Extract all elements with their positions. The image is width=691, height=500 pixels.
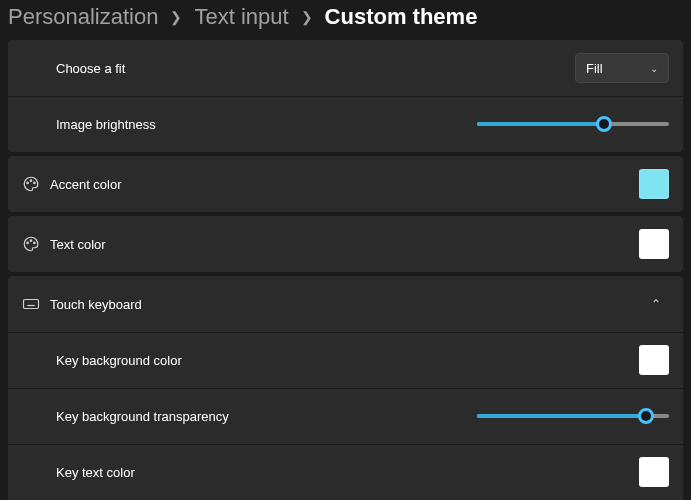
keyboard-icon [22, 295, 50, 313]
chevron-right-icon: ❯ [301, 9, 313, 25]
svg-point-4 [30, 240, 32, 242]
svg-point-2 [34, 182, 36, 184]
panel-touch-keyboard: Touch keyboard ⌃ Key background color Ke… [8, 276, 683, 500]
panel-accent-color: Accent color [8, 156, 683, 212]
chevron-up-icon[interactable]: ⌃ [643, 291, 669, 317]
svg-point-5 [34, 242, 36, 244]
key-bg-transparency-slider[interactable] [477, 406, 669, 426]
row-text-color: Text color [8, 216, 683, 272]
key-bg-color-label: Key background color [56, 353, 182, 368]
row-choose-fit: Choose a fit Fill ⌄ [8, 40, 683, 96]
panel-image: Choose a fit Fill ⌄ Image brightness [8, 40, 683, 152]
palette-icon [22, 235, 50, 253]
breadcrumb-item[interactable]: Text input [194, 4, 288, 30]
key-text-color-label: Key text color [56, 465, 135, 480]
svg-rect-6 [24, 300, 39, 309]
choose-fit-value: Fill [586, 61, 603, 76]
row-key-background-color: Key background color [8, 332, 683, 388]
key-bg-transparency-label: Key background transparency [56, 409, 229, 424]
choose-fit-label: Choose a fit [56, 61, 125, 76]
breadcrumb-item-active: Custom theme [325, 4, 478, 30]
key-bg-color-swatch[interactable] [639, 345, 669, 375]
svg-point-3 [27, 242, 29, 244]
row-key-text-color: Key text color [8, 444, 683, 500]
chevron-right-icon: ❯ [170, 9, 182, 25]
breadcrumb: Personalization ❯ Text input ❯ Custom th… [4, 0, 687, 40]
palette-icon [22, 175, 50, 193]
chevron-down-icon: ⌄ [650, 63, 658, 74]
row-image-brightness: Image brightness [8, 96, 683, 152]
image-brightness-slider[interactable] [477, 114, 669, 134]
key-text-color-swatch[interactable] [639, 457, 669, 487]
choose-fit-dropdown[interactable]: Fill ⌄ [575, 53, 669, 83]
accent-color-label: Accent color [50, 177, 122, 192]
svg-point-0 [27, 182, 29, 184]
breadcrumb-item[interactable]: Personalization [8, 4, 158, 30]
accent-color-swatch[interactable] [639, 169, 669, 199]
touch-keyboard-label: Touch keyboard [50, 297, 142, 312]
image-brightness-label: Image brightness [56, 117, 156, 132]
text-color-swatch[interactable] [639, 229, 669, 259]
text-color-label: Text color [50, 237, 106, 252]
row-touch-keyboard-header[interactable]: Touch keyboard ⌃ [8, 276, 683, 332]
panel-text-color: Text color [8, 216, 683, 272]
svg-point-1 [30, 180, 32, 182]
row-key-background-transparency: Key background transparency [8, 388, 683, 444]
row-accent-color: Accent color [8, 156, 683, 212]
